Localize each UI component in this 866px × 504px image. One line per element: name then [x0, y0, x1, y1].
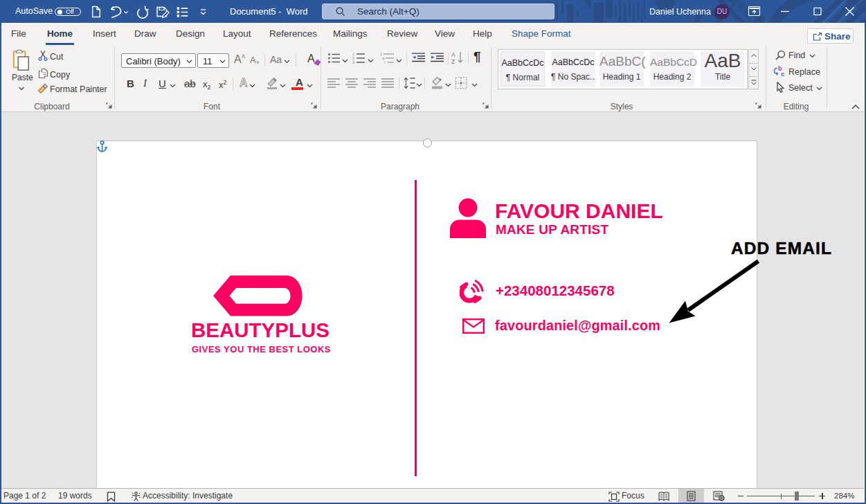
svg-text:3: 3	[352, 60, 354, 64]
svg-text:A: A	[451, 51, 455, 58]
svg-text:Z: Z	[451, 58, 455, 64]
svg-text:i: i	[384, 60, 385, 64]
svg-text:c: c	[781, 71, 784, 77]
